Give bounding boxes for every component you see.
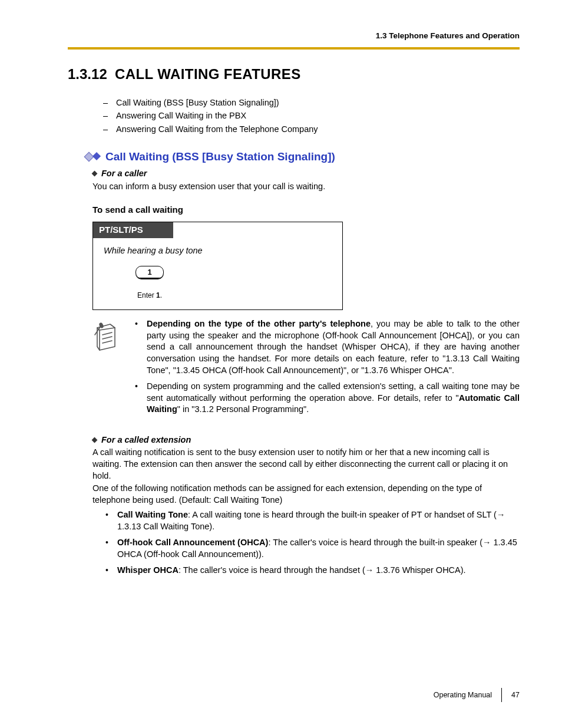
called-paragraph-2: One of the following notification method… [92, 483, 520, 506]
list-item: Answering Call Waiting from the Telephon… [103, 124, 520, 136]
note-bullets: Depending on the type of the other party… [134, 318, 520, 420]
keypad-caption: Enter 1. [120, 291, 179, 300]
footer-divider [501, 688, 502, 702]
for-a-caller-label: For a caller [92, 168, 520, 180]
note-icon [92, 318, 122, 420]
running-head: 1.3 Telephone Features and Operation [68, 31, 520, 41]
footer-manual-label: Operating Manual [434, 690, 492, 700]
section-number: 1.3.12 [68, 66, 107, 82]
called-paragraph-1: A call waiting notification is sent to t… [92, 447, 520, 482]
notification-methods: Call Waiting Tone: A call waiting tone i… [104, 509, 520, 577]
footer-page-number: 47 [511, 690, 520, 700]
section-heading: 1.3.12 CALL WAITING FEATURES [68, 65, 520, 84]
method-item: Whisper OHCA: The caller's voice is hear… [104, 565, 520, 577]
page-footer: Operating Manual 47 [434, 688, 520, 702]
note-block: Depending on the type of the other party… [92, 318, 520, 420]
procedure-body: While hearing a busy tone 1 Enter 1. [93, 238, 342, 310]
section-title: CALL WAITING FEATURES [115, 66, 301, 82]
subsection-head: Call Waiting (BSS [Busy Station Signalin… [85, 149, 520, 164]
svg-line-0 [103, 332, 112, 335]
feature-list: Call Waiting (BSS [Busy Station Signalin… [103, 97, 520, 136]
caller-description: You can inform a busy extension user tha… [92, 181, 520, 193]
list-item: Answering Call Waiting in the PBX [103, 110, 520, 122]
svg-line-1 [103, 337, 112, 339]
svg-line-2 [103, 341, 112, 343]
list-item: Call Waiting (BSS [Busy Station Signalin… [103, 97, 520, 109]
header-rule [68, 47, 520, 50]
diamond-pair-icon [85, 153, 100, 160]
keypad-step: 1 Enter 1. [120, 266, 179, 300]
procedure-box: PT/SLT/PS While hearing a busy tone 1 En… [92, 222, 343, 310]
phone-type-tab: PT/SLT/PS [93, 222, 173, 238]
method-item: Call Waiting Tone: A call waiting tone i… [104, 509, 520, 532]
keypad-key-icon: 1 [135, 266, 164, 279]
note-item: Depending on system programming and the … [134, 381, 520, 416]
procedure-condition: While hearing a busy tone [104, 245, 332, 257]
method-item: Off-hook Call Announcement (OHCA): The c… [104, 537, 520, 560]
for-called-extension-label: For a called extension [92, 434, 520, 446]
page: 1.3 Telephone Features and Operation 1.3… [0, 0, 562, 728]
subsection-title: Call Waiting (BSS [Busy Station Signalin… [105, 149, 335, 164]
procedure-heading: To send a call waiting [92, 204, 520, 216]
note-item: Depending on the type of the other party… [134, 318, 520, 376]
